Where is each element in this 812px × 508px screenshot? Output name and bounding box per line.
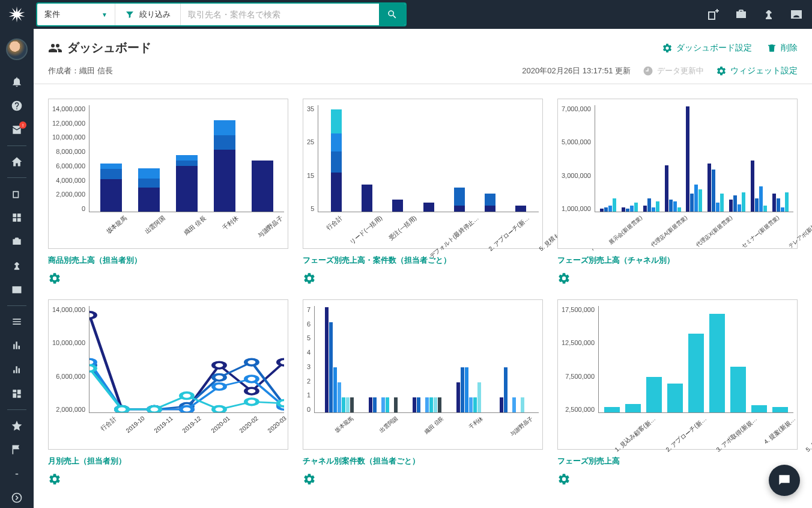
refreshing-label: データ更新中 — [643, 66, 704, 76]
widget-settings-button[interactable]: ウィジェット設定 — [716, 66, 798, 76]
widget-gear-button[interactable] — [557, 473, 571, 486]
nav-star[interactable] — [0, 414, 34, 438]
mail-badge: ! — [19, 121, 26, 129]
filter-label: 絞り込み — [139, 9, 171, 20]
clock-icon — [643, 66, 653, 76]
search-icon — [387, 9, 398, 20]
new-briefcase-icon[interactable] — [733, 6, 750, 23]
app-logo[interactable] — [7, 5, 26, 24]
chevron-down-icon: ▼ — [102, 11, 108, 18]
widget-5: 17,500,00012,500,0007,500,0002,500,0001.… — [557, 299, 798, 486]
search-input[interactable] — [181, 4, 379, 25]
filter-icon — [125, 10, 135, 19]
nav-mail[interactable]: ! — [0, 118, 34, 142]
widget-title[interactable]: フェーズ別売上高・案件数（担当者ごと） — [303, 255, 543, 266]
nav-home[interactable] — [0, 150, 34, 174]
chart: 17,500,00012,500,0007,500,0002,500,0001.… — [557, 299, 798, 450]
widget-1: 3525155行合計リード(一括用)受注(一括用)デフォルト(最終停止…2. ア… — [303, 99, 543, 285]
delete-button[interactable]: 削除 — [766, 43, 798, 54]
svg-point-7 — [278, 359, 284, 366]
page-title: ダッシュボード — [48, 40, 151, 56]
nav-expand[interactable] — [0, 486, 34, 508]
widget-title[interactable]: フェーズ別売上高 — [557, 456, 798, 467]
svg-point-28 — [278, 400, 284, 407]
chart: 14,000,00010,000,0006,000,0002,000,000行合… — [48, 299, 288, 450]
search-button[interactable] — [379, 4, 405, 25]
trash-icon — [766, 43, 777, 54]
widget-gear-button[interactable] — [557, 272, 571, 285]
svg-point-20 — [246, 376, 257, 382]
new-building-icon[interactable] — [705, 6, 722, 23]
nav-chart2[interactable] — [0, 358, 34, 382]
group-icon — [48, 41, 62, 55]
nav-activity[interactable] — [0, 254, 34, 278]
widget-title[interactable]: 月別売上（担当者別） — [48, 456, 288, 467]
nav-dashboard[interactable] — [0, 382, 34, 406]
chart: 14,000,00012,000,00010,000,0008,000,0006… — [48, 99, 288, 249]
widget-4: 76543210坂本龍馬出雲阿国織田 信長千利休与謝野晶子チャネル別案件数（担当… — [303, 299, 543, 486]
filter-button[interactable]: 絞り込み — [115, 4, 181, 25]
svg-point-13 — [246, 359, 257, 366]
search-type-label: 案件 — [44, 9, 60, 20]
widget-title[interactable]: フェーズ別売上高（チャネル別） — [557, 255, 798, 266]
widget-2: 7,000,0005,000,0003,000,0001,000,000展示会(… — [557, 99, 798, 285]
nav-list[interactable] — [0, 310, 34, 334]
chat-bubble[interactable] — [769, 465, 800, 496]
author-label: 作成者：織田 信長 — [48, 66, 113, 76]
widget-gear-button[interactable] — [303, 272, 316, 285]
nav-contacts[interactable] — [0, 278, 34, 302]
nav-grid[interactable] — [0, 206, 34, 230]
svg-point-12 — [213, 375, 225, 381]
widget-gear-button[interactable] — [303, 473, 316, 486]
svg-point-5 — [213, 362, 225, 369]
nav-more[interactable]: - — [0, 462, 34, 486]
new-activity-icon[interactable] — [760, 6, 777, 23]
svg-point-24 — [148, 406, 160, 412]
svg-point-0 — [13, 494, 22, 503]
nav-chart[interactable] — [0, 334, 34, 358]
widget-gear-button[interactable] — [48, 473, 61, 486]
widget-3: 14,000,00010,000,0006,000,0002,000,000行合… — [48, 299, 288, 486]
chat-icon — [777, 473, 792, 488]
gear-icon — [716, 66, 727, 76]
nav-notifications[interactable] — [0, 70, 34, 94]
nav-flag[interactable] — [0, 438, 34, 462]
nav-building[interactable] — [0, 182, 34, 206]
nav-briefcase[interactable] — [0, 230, 34, 254]
svg-point-23 — [116, 406, 127, 412]
updated-label: 2020年02月26日 13:17:51 更新 — [522, 66, 631, 76]
svg-point-6 — [246, 388, 257, 394]
svg-point-22 — [89, 365, 95, 372]
svg-point-18 — [181, 406, 192, 412]
chart: 3525155行合計リード(一括用)受注(一括用)デフォルト(最終停止…2. ア… — [303, 99, 543, 249]
search-type-select[interactable]: 案件 ▼ — [37, 4, 115, 25]
svg-point-19 — [213, 384, 225, 390]
chart: 76543210坂本龍馬出雲阿国織田 信長千利休与謝野晶子 — [303, 299, 543, 450]
new-contact-icon[interactable] — [788, 6, 805, 23]
nav-help[interactable] — [0, 94, 34, 118]
svg-point-1 — [89, 312, 95, 319]
widget-title[interactable]: 商品別売上高（担当者別） — [48, 255, 288, 266]
widget-0: 14,000,00012,000,00010,000,0008,000,0006… — [48, 99, 288, 285]
dashboard-settings-button[interactable]: ダッシュボード設定 — [662, 43, 752, 54]
svg-point-27 — [246, 399, 257, 405]
widget-gear-button[interactable] — [48, 272, 61, 285]
gear-icon — [662, 43, 673, 54]
chart: 7,000,0005,000,0003,000,0001,000,000展示会(… — [557, 99, 798, 249]
widget-title[interactable]: チャネル別案件数（担当者ごと） — [303, 456, 543, 467]
avatar[interactable] — [6, 38, 28, 60]
svg-point-25 — [181, 393, 192, 399]
svg-point-26 — [213, 406, 225, 412]
